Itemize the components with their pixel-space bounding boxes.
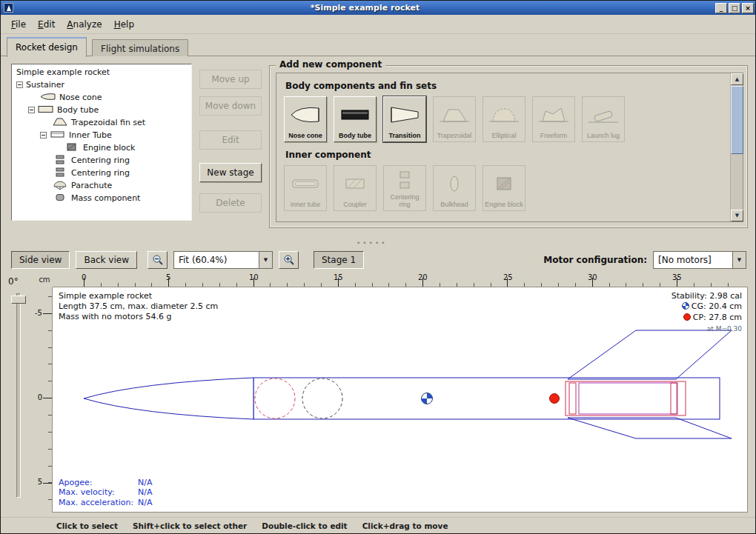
hint-shift-click: Shift+click to select other (133, 521, 247, 530)
tree-item-parachute[interactable]: Parachute (12, 179, 191, 192)
button-label: Trapezoidal (437, 132, 472, 139)
scroll-up-icon[interactable]: ▲ (731, 73, 743, 85)
collapse-icon[interactable] (28, 107, 35, 113)
menu-file[interactable]: File (5, 16, 32, 33)
add-trapezoidal-fin-button[interactable]: Trapezoidal (433, 96, 476, 142)
menu-help[interactable]: Help (108, 16, 140, 33)
nose-cone-icon (40, 92, 56, 104)
trapezoidal-fin-icon (434, 97, 475, 132)
nose-cone-outline (84, 378, 253, 419)
zoom-in-button[interactable] (279, 251, 299, 269)
add-elliptical-fin-button[interactable]: Elliptical (483, 96, 525, 142)
add-coupler-button[interactable]: Coupler (334, 165, 377, 211)
cp-icon (683, 313, 691, 324)
edit-button[interactable]: Edit (199, 130, 262, 150)
tree-item-inner-tube[interactable]: Inner Tube (12, 129, 191, 141)
tree-item-sustainer[interactable]: Sustainer (12, 79, 191, 91)
ruler-tick-label: 35 (672, 273, 682, 281)
tree-item-nose-cone[interactable]: Nose cone (12, 91, 191, 104)
flight-data-block: Apogee:N/A Max. velocity:N/A Max. accele… (59, 478, 152, 508)
bulkhead-icon (434, 166, 475, 201)
menu-analyze[interactable]: Analyze (61, 16, 107, 33)
splitter-handle-icon[interactable]: ••••• (357, 239, 388, 247)
minimize-button[interactable]: _ (715, 3, 727, 13)
tree-item-mass-component[interactable]: Mass component (12, 192, 191, 204)
status-bar: Click to select Shift+click to select ot… (1, 517, 755, 534)
add-component-scrollpane: Body components and fin sets Nose cone B… (276, 73, 743, 222)
move-up-button[interactable]: Move up (199, 70, 262, 89)
chevron-down-icon[interactable]: ▼ (732, 252, 746, 268)
zoom-select[interactable]: Fit (60.4%) ▼ (173, 251, 273, 269)
scrollbar-thumb[interactable] (731, 86, 743, 154)
component-scrollbar[interactable]: ▲ ▼ (730, 73, 743, 221)
body-components-label: Body components and fin sets (285, 81, 730, 91)
tree-label: Centering ring (71, 156, 130, 165)
max-acceleration-label: Max. acceleration: (59, 498, 138, 508)
rotation-angle-label: 0° (8, 276, 19, 287)
cg-value: CG: 20.4 cm (692, 301, 742, 311)
rotation-slider[interactable] (16, 293, 21, 498)
fin-bottom-outline (568, 418, 732, 438)
collapse-icon[interactable] (40, 132, 47, 138)
rocket-canvas[interactable]: Simple example rocket Length 37.5 cm, ma… (53, 287, 748, 513)
zoom-out-button[interactable] (147, 251, 168, 269)
scroll-down-icon[interactable]: ▼ (731, 210, 743, 221)
component-tree[interactable]: Simple example rocket Sustainer Nose con… (11, 64, 192, 221)
panel-splitter[interactable]: ••••• (1, 237, 755, 247)
title-bar[interactable]: *Simple example rocket _ □ × (1, 1, 755, 15)
add-inner-tube-button[interactable]: Inner tube (284, 165, 327, 211)
zoom-in-icon (283, 254, 295, 266)
ruler-tick-label: 0 (38, 393, 42, 401)
side-view-button[interactable]: Side view (11, 251, 70, 269)
add-engine-block-button[interactable]: Engine block (483, 165, 525, 211)
collapse-icon[interactable] (16, 81, 23, 88)
body-tube-icon (38, 104, 54, 116)
tree-item-centering-ring-1[interactable]: Centering ring (12, 154, 191, 167)
new-stage-button[interactable]: New stage (199, 163, 262, 182)
move-down-button[interactable]: Move down (199, 96, 262, 116)
add-component-title: Add new component (276, 59, 385, 70)
centering-ring-icon (52, 167, 68, 179)
ruler-unit-label: cm (36, 273, 53, 287)
mach-value: at M=0.30 (672, 324, 742, 334)
close-button[interactable]: × (742, 3, 754, 13)
back-view-button[interactable]: Back view (76, 251, 137, 269)
chevron-down-icon[interactable]: ▼ (259, 252, 272, 268)
delete-button[interactable]: Delete (199, 193, 262, 213)
tree-item-body-tube[interactable]: Body tube (12, 104, 191, 116)
hint-double-click: Double-click to edit (262, 521, 347, 530)
button-label: Bulkhead (440, 201, 468, 208)
tree-item-rocket[interactable]: Simple example rocket (12, 66, 191, 79)
maximize-button[interactable]: □ (729, 3, 740, 13)
add-freeform-fin-button[interactable]: Freeform (532, 96, 575, 142)
app-icon[interactable] (4, 3, 13, 13)
add-nose-cone-button[interactable]: Nose cone (284, 96, 327, 142)
tree-label: Simple example rocket (16, 67, 110, 77)
rotation-slider-thumb[interactable] (11, 296, 26, 304)
hint-click-drag: Click+drag to move (362, 521, 448, 530)
zoom-out-icon (152, 254, 164, 266)
tree-label: Centering ring (71, 168, 130, 178)
tree-label: Engine block (83, 143, 135, 153)
menu-edit[interactable]: Edit (32, 16, 61, 33)
tree-item-fin-set[interactable]: Trapezoidal fin set (12, 116, 191, 129)
cg-marker (422, 393, 433, 404)
design-panel: Simple example rocket Sustainer Nose con… (1, 56, 755, 237)
add-bulkhead-button[interactable]: Bulkhead (433, 165, 476, 211)
stage-1-toggle[interactable]: Stage 1 (314, 251, 364, 269)
add-launch-lug-button[interactable]: Launch lug (582, 96, 625, 142)
tree-item-engine-block[interactable]: Engine block (12, 141, 191, 154)
button-label: Elliptical (491, 132, 516, 139)
motor-configuration-select[interactable]: [No motors] ▼ (653, 251, 746, 269)
tab-flight-simulations[interactable]: Flight simulations (92, 39, 188, 56)
menu-bar: File Edit Analyze Help (1, 15, 755, 34)
tree-item-centering-ring-2[interactable]: Centering ring (12, 167, 191, 179)
inner-tube-icon (50, 130, 66, 141)
add-body-tube-button[interactable]: Body tube (334, 96, 377, 142)
button-label: Inner tube (291, 201, 321, 208)
cg-icon (682, 302, 689, 313)
tab-rocket-design[interactable]: Rocket design (7, 37, 87, 57)
ruler-tick-label: 20 (418, 273, 428, 281)
add-transition-button[interactable]: Transition (383, 96, 426, 142)
add-centering-ring-button[interactable]: Centering ring (383, 165, 426, 211)
